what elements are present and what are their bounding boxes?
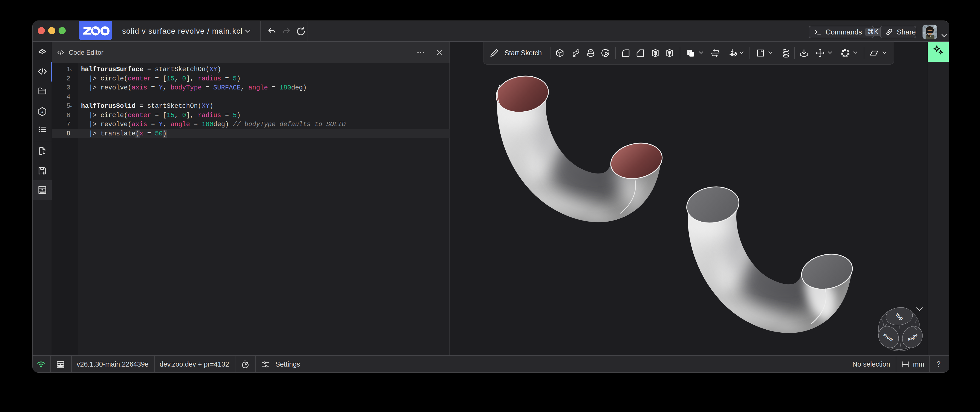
- svg-text:x: x: [41, 108, 43, 114]
